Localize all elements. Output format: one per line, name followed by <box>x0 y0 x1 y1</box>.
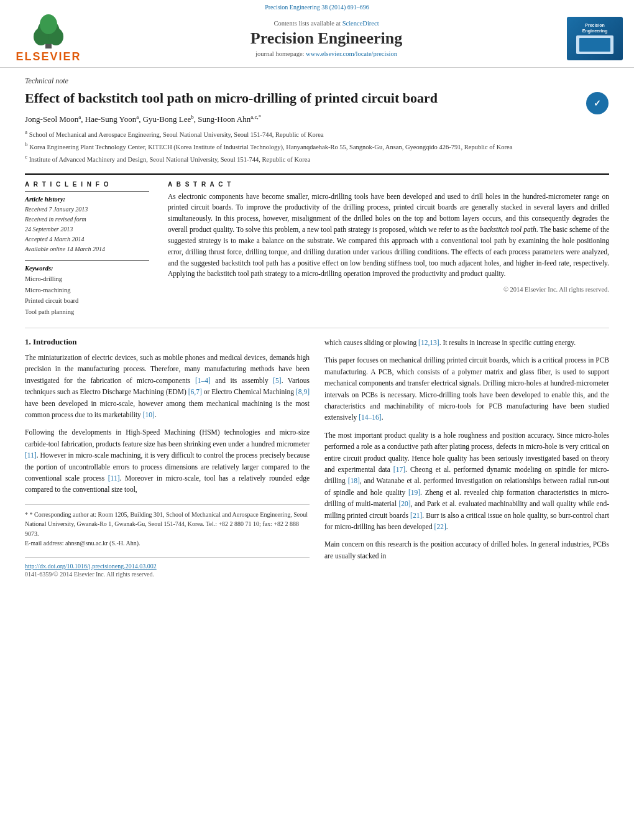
keyword-1: Micro-drilling <box>25 274 149 285</box>
main-content: 1. Introduction The miniaturization of e… <box>25 328 609 578</box>
history-title: Article history: <box>25 196 149 203</box>
history-online: Available online 14 March 2014 <box>25 244 149 254</box>
ref-11: [11] <box>25 451 37 459</box>
footnote-text: * * Corresponding author at: Room 1205, … <box>25 510 310 539</box>
homepage-line: journal homepage: www.elsevier.com/locat… <box>86 50 567 57</box>
page: Precision Engineering 38 (2014) 691–696 … <box>0 0 634 840</box>
journal-title-header: Precision Engineering <box>86 29 567 48</box>
keywords-title: Keywords: <box>25 265 149 272</box>
ref-18: [18] <box>348 477 360 484</box>
affiliations: a School of Mechanical and Aerospace Eng… <box>25 128 609 165</box>
right-paragraph-4: Main concern on this research is the pos… <box>324 538 609 561</box>
ref-17: [17] <box>393 466 405 473</box>
article-info-column: A R T I C L E I N F O Article history: R… <box>25 181 149 318</box>
svg-point-4 <box>40 14 57 34</box>
crossmark-icon: ✓ <box>586 91 609 115</box>
footnote-section: * * Corresponding author at: Room 1205, … <box>25 504 310 548</box>
ref-5: [5] <box>273 377 281 384</box>
keyword-2: Micro-machining <box>25 285 149 296</box>
ref-6-7: [6,7] <box>188 388 202 395</box>
introduction-heading: 1. Introduction <box>25 337 310 347</box>
ref-10: [10] <box>143 411 155 418</box>
intro-paragraph-1: The miniaturization of electric devices,… <box>25 352 310 420</box>
journal-center: Contents lists available at ScienceDirec… <box>86 20 567 57</box>
footer-issn: 0141-6359/© 2014 Elsevier Inc. All right… <box>25 571 310 578</box>
article-info-heading: A R T I C L E I N F O <box>25 181 149 188</box>
ref-1-4: [1–4] <box>195 377 211 384</box>
email-address: ahnsn@snu.ac.kr (S.-H. Ahn). <box>65 540 140 547</box>
article-title: Effect of backstitch tool path on micro-… <box>25 90 609 108</box>
ref-20: [20] <box>399 500 411 507</box>
ref-19: [19] <box>408 489 420 496</box>
crossmark: ✓ <box>586 91 609 118</box>
abstract-column: A B S T R A C T As electronic components… <box>168 181 609 318</box>
right-paragraph-1: which causes sliding or plowing [12,13].… <box>324 337 609 348</box>
history-revised-label: Received in revised form <box>25 215 149 224</box>
keywords-section: Keywords: Micro-drilling Micro-machining… <box>25 261 149 318</box>
copyright-line: © 2014 Elsevier Inc. All rights reserved… <box>168 286 609 293</box>
right-paragraph-2: This paper focuses on mechanical drillin… <box>324 354 609 423</box>
journal-header: Precision Engineering 38 (2014) 691–696 … <box>0 0 634 68</box>
right-paragraph-3: The most important product quality is a … <box>324 430 609 533</box>
svg-text:✓: ✓ <box>594 98 601 108</box>
ref-8-9: [8,9] <box>296 388 310 395</box>
precision-engineering-logo: Precision Engineering <box>567 17 623 60</box>
ref-12-13: [12,13] <box>418 339 439 346</box>
sciencedirect-link[interactable]: ScienceDirect <box>342 20 379 27</box>
keyword-3: Printed circuit board <box>25 295 149 307</box>
history-received: Received 7 January 2013 <box>25 205 149 215</box>
ref-11b: [11] <box>108 474 120 482</box>
email-line: E-mail address: ahnsn@snu.ac.kr (S.-H. A… <box>25 538 310 548</box>
elsevier-brand-text: ELSEVIER <box>16 50 81 63</box>
affiliation-c: c Institute of Advanced Machinery and De… <box>25 153 609 164</box>
ref-22: [22] <box>434 523 446 530</box>
authors-line: Jong-Seol Moona, Hae-Sung Yoona, Gyu-Bon… <box>25 114 609 124</box>
affiliation-a: a School of Mechanical and Aerospace Eng… <box>25 128 609 139</box>
abstract-heading: A B S T R A C T <box>168 181 609 188</box>
elsevier-logo: ELSEVIER <box>11 13 86 63</box>
history-accepted: Accepted 4 March 2014 <box>25 234 149 244</box>
history-revised-date: 24 September 2013 <box>25 224 149 234</box>
article-type: Technical note <box>25 76 609 86</box>
main-left-column: 1. Introduction The miniaturization of e… <box>25 337 310 578</box>
intro-paragraph-2: Following the developments in High-Speed… <box>25 427 310 495</box>
footer-links: http://dx.doi.org/10.1016/j.precisioneng… <box>25 557 310 578</box>
affiliation-b: b Korea Engineering Plant Technology Cen… <box>25 141 609 152</box>
homepage-link[interactable]: www.elsevier.com/locate/precision <box>306 50 397 57</box>
sciencedirect-line: Contents lists available at ScienceDirec… <box>86 20 567 27</box>
main-right-column: which causes sliding or plowing [12,13].… <box>324 337 609 578</box>
ref-21: [21] <box>410 512 422 519</box>
abstract-text: As electronic components have become sma… <box>168 192 609 280</box>
article-history: Article history: Received 7 January 2013… <box>25 192 149 254</box>
footer-doi-link[interactable]: http://dx.doi.org/10.1016/j.precisioneng… <box>25 563 310 570</box>
keyword-4: Tool path planning <box>25 307 149 318</box>
ref-14-16: [14–16] <box>359 413 381 421</box>
article-info-abstract: A R T I C L E I N F O Article history: R… <box>25 173 609 318</box>
article-body: Technical note Effect of backstitch tool… <box>0 76 634 590</box>
elsevier-tree-icon <box>24 13 73 50</box>
journal-doi: Precision Engineering 38 (2014) 691–696 <box>0 4 634 11</box>
